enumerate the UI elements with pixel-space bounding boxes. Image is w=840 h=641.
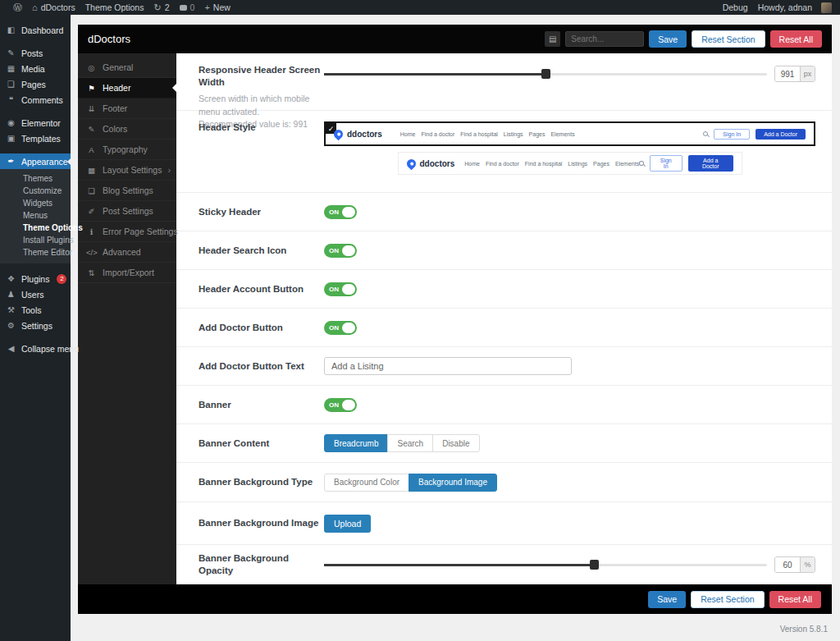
- nav-item-error-page-settings[interactable]: ℹError Page Settings: [78, 222, 176, 242]
- banner-opacity-slider[interactable]: [324, 560, 767, 570]
- preview-nav-link: Pages: [529, 131, 546, 137]
- admin-bar-site-name[interactable]: ⌂dDoctors: [27, 0, 80, 15]
- preview-nav-link: Find a doctor: [486, 161, 519, 167]
- header-style-option-boxed[interactable]: ddoctors Home Find a doctor Find a hospi…: [398, 152, 742, 175]
- admin-bar-new[interactable]: +New: [199, 0, 235, 15]
- submenu-item-widgets[interactable]: Widgets: [0, 197, 71, 209]
- sidebar-item-users[interactable]: ♟Users: [0, 286, 71, 302]
- sidebar-item-tools[interactable]: ⚒Tools: [0, 302, 71, 318]
- sidebar-item-settings[interactable]: ⚙Settings: [0, 318, 71, 333]
- admin-bar-debug[interactable]: Debug: [718, 0, 753, 15]
- value-field[interactable]: 60: [775, 557, 800, 572]
- nav-item-typography[interactable]: ATypography: [78, 140, 176, 160]
- nav-item-post-settings[interactable]: ✐Post Settings: [78, 201, 176, 222]
- banner-opacity-value: 60 %: [774, 556, 815, 573]
- sidebar-item-pages[interactable]: ❑Pages: [0, 76, 71, 92]
- nav-item-label: Error Page Settings: [103, 227, 178, 236]
- sidebar-item-label: Posts: [21, 48, 43, 58]
- submenu-item-theme-options[interactable]: Theme Options: [0, 222, 71, 234]
- preview-nav-link: Elements: [550, 131, 574, 137]
- background-image-button[interactable]: Background Image: [409, 474, 497, 492]
- header-search-icon-toggle[interactable]: ON: [324, 244, 357, 258]
- footer-reset-all-button[interactable]: Reset All: [769, 591, 821, 608]
- footer-save-button[interactable]: Save: [648, 591, 686, 608]
- avatar[interactable]: [821, 2, 832, 13]
- nav-item-footer[interactable]: ⇊Footer: [78, 98, 176, 119]
- panel-sidebar-toggle-icon[interactable]: ▤: [545, 31, 560, 47]
- submenu-item-install-plugins[interactable]: Install Plugins: [0, 234, 71, 246]
- submenu-item-theme-editor[interactable]: Theme Editor: [0, 246, 71, 259]
- elementor-icon: ◉: [6, 118, 16, 127]
- sidebar-item-appearance[interactable]: ✒Appearance: [0, 153, 71, 169]
- header-style-option-wide[interactable]: ✓ ddoctors Home Find a doctor Find a hos…: [324, 121, 815, 146]
- nav-item-label: Typography: [103, 144, 148, 154]
- setting-row-header-style: Header Style ✓ ddoctors Home Find a doct…: [176, 111, 832, 193]
- value-field[interactable]: 991: [775, 66, 800, 81]
- collapse-menu[interactable]: ◀Collapse menu: [0, 341, 71, 356]
- admin-bar-comments[interactable]: 0: [175, 0, 200, 15]
- comments-count: 0: [190, 2, 195, 12]
- add-doctor-button-toggle[interactable]: ON: [324, 321, 357, 335]
- nav-item-import-export[interactable]: ⇅Import/Export: [78, 263, 176, 283]
- submenu-item-customize[interactable]: Customize: [0, 185, 71, 197]
- banner-content-breadcrumb-button[interactable]: Breadcrumb: [324, 434, 388, 452]
- error-icon: ℹ: [86, 227, 97, 236]
- sticky-header-toggle[interactable]: ON: [324, 205, 357, 219]
- nav-item-label: Blog Settings: [103, 185, 153, 195]
- toggle-knob: [342, 207, 355, 217]
- home-icon: ⌂: [32, 3, 38, 12]
- nav-item-layout-settings[interactable]: ▦Layout Settings›: [78, 160, 176, 181]
- preview-logo-text: ddoctors: [347, 130, 382, 139]
- panel-nav: ◎General ⚑Header ⇊Footer ✎Colors ATypogr…: [78, 53, 176, 584]
- sidebar-item-plugins[interactable]: ❖Plugins2: [0, 271, 71, 286]
- setting-row-banner-background-image: Banner Background Image Upload: [176, 502, 832, 545]
- banner-toggle[interactable]: ON: [324, 398, 357, 412]
- submenu-item-menus[interactable]: Menus: [0, 209, 71, 222]
- background-color-button[interactable]: Background Color: [324, 474, 409, 492]
- responsive-width-slider[interactable]: [324, 69, 767, 79]
- desc-line1: Screen width in which mobile menu activa…: [199, 94, 309, 117]
- sidebar-item-posts[interactable]: ✎Posts: [0, 45, 71, 61]
- sidebar-item-dashboard[interactable]: ◧Dashboard: [0, 22, 71, 38]
- slider-handle[interactable]: [541, 69, 550, 79]
- save-button[interactable]: Save: [649, 30, 687, 48]
- admin-bar-account[interactable]: Howdy, adnan: [753, 0, 817, 15]
- templates-icon: ▣: [6, 134, 16, 143]
- admin-bar: Ⓦ ⌂dDoctors Theme Options ↻2 0 +New Debu…: [0, 0, 840, 15]
- nav-item-general[interactable]: ◎General: [78, 57, 176, 78]
- footer-reset-section-button[interactable]: Reset Section: [691, 591, 764, 608]
- nav-item-label: Advanced: [103, 247, 141, 257]
- new-label: New: [213, 2, 231, 12]
- preview-nav-link: Find a doctor: [421, 131, 454, 137]
- panel-footer: Save Reset Section Reset All: [78, 584, 832, 614]
- reset-all-button[interactable]: Reset All: [770, 30, 822, 48]
- pages-icon: ❑: [6, 80, 16, 89]
- wordpress-logo[interactable]: Ⓦ: [8, 0, 27, 15]
- setting-label: Banner Background Opacity: [199, 552, 324, 577]
- slider-handle[interactable]: [590, 560, 599, 570]
- submenu-item-themes[interactable]: Themes: [0, 172, 71, 185]
- sidebar-item-media[interactable]: ▦Media: [0, 61, 71, 76]
- sidebar-item-label: Appearance: [21, 157, 68, 167]
- upload-button[interactable]: Upload: [324, 515, 371, 533]
- header-account-button-toggle[interactable]: ON: [324, 282, 357, 296]
- sidebar-item-elementor[interactable]: ◉Elementor: [0, 115, 71, 130]
- nav-item-label: Layout Settings: [103, 165, 162, 175]
- nav-item-header[interactable]: ⚑Header: [78, 78, 176, 98]
- nav-item-advanced[interactable]: </>Advanced: [78, 242, 176, 263]
- nav-item-blog-settings[interactable]: ❏Blog Settings: [78, 181, 176, 201]
- reset-section-button[interactable]: Reset Section: [692, 30, 765, 48]
- sidebar-item-templates[interactable]: ▣Templates: [0, 130, 71, 146]
- sidebar-item-comments[interactable]: ❝Comments: [0, 92, 71, 108]
- banner-content-disable-button[interactable]: Disable: [432, 434, 479, 452]
- setting-label: Add Doctor Button: [199, 322, 324, 334]
- nav-item-colors[interactable]: ✎Colors: [78, 119, 176, 140]
- banner-content-search-button[interactable]: Search: [387, 434, 433, 452]
- settings-content: Responsive Header Screen Width Screen wi…: [176, 53, 832, 584]
- layout-icon: ▦: [86, 166, 97, 175]
- admin-bar-theme-options[interactable]: Theme Options: [80, 0, 149, 15]
- collapse-icon: ◀: [6, 344, 16, 353]
- admin-bar-updates[interactable]: ↻2: [148, 0, 174, 15]
- panel-search-input[interactable]: [565, 31, 644, 47]
- add-doctor-button-text-input[interactable]: [324, 357, 572, 375]
